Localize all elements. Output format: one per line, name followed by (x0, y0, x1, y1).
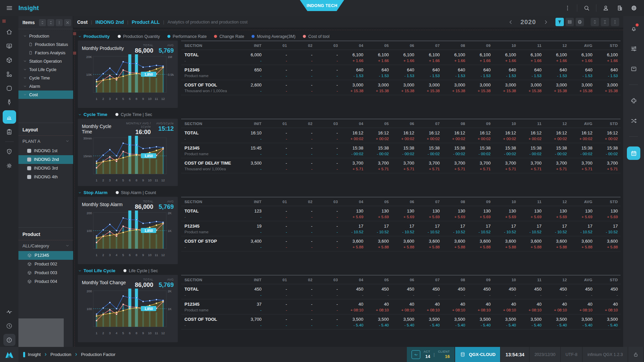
info-circle-icon[interactable] (3, 334, 15, 346)
modules-icon[interactable] (3, 68, 15, 80)
section-cell: COST OF TOOLThousand won / 1,000ea (181, 80, 239, 95)
calendar-icon[interactable] (627, 146, 640, 160)
sidebar-item-alarm[interactable]: Alarm (18, 82, 73, 90)
breadcrumb-item[interactable]: Production (50, 352, 71, 357)
filter-button[interactable] (555, 18, 564, 26)
fold-button[interactable] (601, 18, 609, 26)
layout-option-indong-4th[interactable]: INDONG 4th (18, 173, 73, 181)
sliders-icon[interactable] (628, 43, 640, 55)
value-cell: 3,600+ 5.88 (468, 236, 493, 251)
search-icon[interactable] (582, 3, 591, 13)
layout-option-indong-2nd[interactable]: INDONG 2nd (18, 155, 73, 164)
value-cell: 3,000+ 15.38 (595, 80, 621, 95)
chart-card: Monthly Cycle TimeMONTHLY AVG / 1Cycle16… (78, 119, 178, 186)
value-cell: 640- 1.53 (468, 65, 493, 80)
layout-option-indong-3rd[interactable]: INDONG 3rd (18, 164, 73, 173)
value-cell: 16:12+ 00:02 (391, 128, 417, 143)
svg-text:9: 9 (142, 178, 144, 182)
layout-option-indong-1st[interactable]: INDONG 1st (18, 146, 73, 155)
breadcrumb-item[interactable]: Insight (28, 352, 41, 357)
product-panel: Product ALL/Category P12345Product 002Pr… (18, 227, 73, 286)
home-icon[interactable] (3, 26, 15, 38)
shuffle-icon[interactable] (628, 115, 640, 127)
bar-chart-icon[interactable] (3, 110, 16, 124)
tab-product[interactable]: Product ALL (132, 19, 160, 25)
section-title[interactable]: Stop Alarm (78, 190, 108, 195)
product-option-p12345[interactable]: P12345 (18, 251, 73, 260)
kebab-menu-button[interactable] (611, 18, 619, 26)
year-next-button[interactable] (543, 19, 549, 25)
user-icon[interactable] (601, 3, 610, 13)
chart-card-header: Monthly Stop AlarmTOTAL86,000AVG5,769 (82, 200, 174, 210)
sidebar-item-cycle-time[interactable]: Cycle Time (18, 74, 73, 82)
value-cell: -- (290, 206, 315, 221)
column-header: AVG (570, 41, 595, 50)
monitor-chart-icon[interactable] (3, 40, 15, 52)
plant-select[interactable]: PLANT A (18, 136, 73, 146)
kebab-menu-icon[interactable] (563, 3, 572, 13)
unfold-button[interactable] (39, 19, 46, 26)
legend-item[interactable]: Production Quantity (118, 34, 160, 39)
cube-icon[interactable] (3, 54, 15, 66)
section-title[interactable]: Tool Life Cycle (78, 268, 115, 273)
product-option-product-002[interactable]: Product 002 (18, 260, 73, 268)
section-title[interactable]: Productivity (78, 34, 110, 39)
round-square-icon[interactable] (3, 82, 15, 94)
tab-cost[interactable]: Cost (77, 19, 88, 25)
legend-item[interactable]: Cost of tool (303, 34, 329, 39)
value-cell: 16:10- (239, 128, 264, 143)
printer-button[interactable] (576, 18, 584, 26)
tray-icon[interactable] (628, 63, 640, 75)
section-title[interactable]: Cycle Time (78, 112, 107, 117)
option-label: Product 002 (35, 262, 57, 266)
legend-item[interactable]: Moving Average(3M) (252, 34, 296, 39)
svg-text:1,850: 1,850 (144, 154, 153, 158)
shield-alert-icon[interactable] (3, 145, 15, 158)
column-header: 01 (264, 276, 290, 284)
category-select-value: ALL/Category (22, 243, 49, 248)
sidebar-item-station-operation[interactable]: Station Operation (18, 57, 73, 65)
kebab-menu-button[interactable] (56, 19, 63, 26)
bell-icon[interactable] (628, 22, 640, 35)
rows-button[interactable] (566, 18, 574, 26)
product-option-product-003[interactable]: Product 003 (18, 268, 73, 277)
globe-icon[interactable] (629, 3, 639, 13)
legend-item[interactable]: Change Rate (214, 34, 244, 39)
column-header: 09 (468, 197, 493, 206)
pulse-icon[interactable] (3, 306, 15, 318)
sidebar-item-production[interactable]: Production (18, 32, 73, 40)
sidebar-item-production-status[interactable]: Production Status (18, 40, 73, 49)
table-row: COST OF STOP-3,400-------3,600+ 5.883,60… (181, 236, 621, 251)
dpad-plus-icon[interactable] (628, 95, 640, 107)
clock-icon[interactable] (3, 320, 15, 332)
category-select[interactable]: ALL/Category (18, 240, 73, 251)
pen-tool-icon[interactable] (3, 96, 15, 108)
sidebar-item-factors-analysis[interactable]: Factors Analysis (18, 49, 73, 57)
sidebar-item-tool-life-cycle[interactable]: Tool Life Cycle (18, 65, 73, 74)
unfold-button[interactable] (591, 18, 599, 26)
product-option-product-004[interactable]: Product 004 (18, 277, 73, 286)
tab-plant[interactable]: INDONG 2nd (96, 19, 124, 25)
breadcrumb-item[interactable]: Production Factor (81, 352, 115, 357)
close-button[interactable] (64, 19, 71, 26)
building-icon[interactable] (615, 3, 625, 13)
column-header: 05 (366, 119, 391, 128)
cloud-block[interactable]: QGX-CLOUD (455, 347, 500, 362)
brand-logo[interactable] (0, 347, 18, 362)
legend-item[interactable]: Stop Alarm | Count (116, 190, 156, 195)
value-cell: 130+ 5.69 (468, 206, 493, 221)
gear-icon[interactable] (3, 160, 15, 172)
value-cell: 3,000+ 15.38 (519, 80, 544, 95)
legend-item[interactable]: Performance Rate (167, 34, 207, 39)
cube-icon (27, 253, 32, 258)
legend-item[interactable]: Life Cycle | Sec (123, 268, 158, 273)
column-header: 04 (340, 276, 366, 284)
lock-block[interactable] (628, 347, 643, 362)
sidebar-item-cost[interactable]: Cost (18, 90, 73, 99)
year-prev-button[interactable] (508, 19, 514, 25)
fold-button[interactable] (47, 19, 54, 26)
legend-item[interactable]: Cycle Time | Sec (115, 112, 152, 117)
clipboard-chart-icon[interactable] (3, 126, 15, 138)
value-cell: 3,500- 5.40 (544, 314, 570, 329)
hamburger-menu-icon[interactable] (0, 4, 18, 12)
